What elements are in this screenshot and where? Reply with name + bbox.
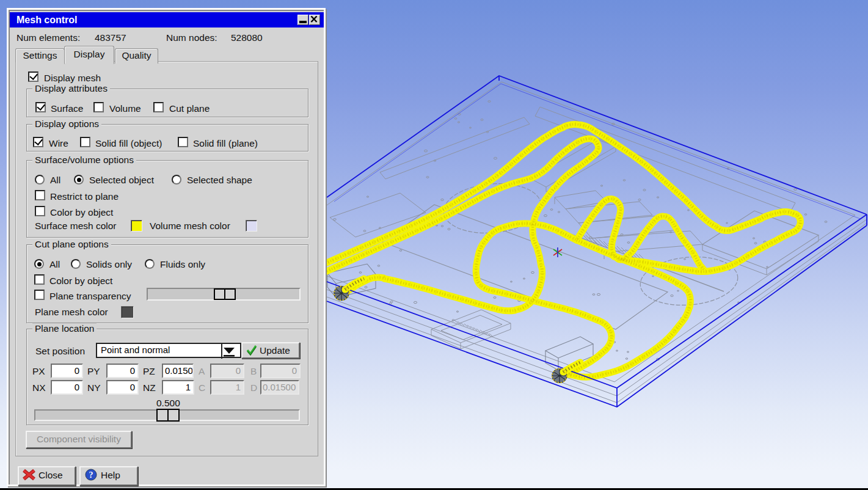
svg-text:?: ? [89, 470, 93, 480]
